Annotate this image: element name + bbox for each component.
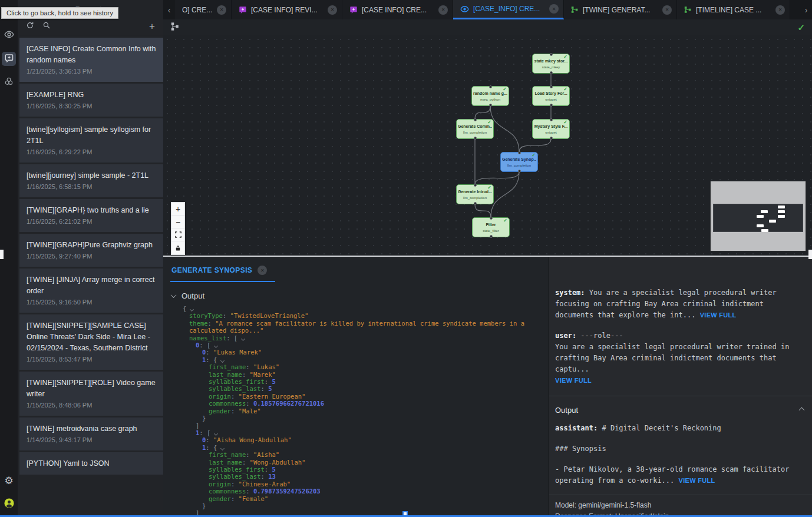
- prompt-list-item[interactable]: [PYTHON] Yaml to JSON: [19, 452, 163, 475]
- sidebar-item-view[interactable]: [2, 28, 16, 42]
- output-section-header[interactable]: Output: [163, 283, 549, 305]
- close-icon[interactable]: ✕: [328, 5, 337, 15]
- tab-case-info-revi[interactable]: [CASE INFO] REVI...✕: [232, 0, 342, 19]
- tabs-scroll-right-button[interactable]: ›: [800, 0, 812, 19]
- close-icon[interactable]: ✕: [258, 266, 267, 275]
- add-prompt-button[interactable]: +: [149, 21, 155, 31]
- bottom-region: GENERATE SYNOPSIS ✕ Output {storyType: "…: [163, 257, 812, 517]
- chevron-down-icon: [214, 344, 218, 348]
- prompt-title: [TWINE] [JINJA] Array merge in correct o…: [27, 274, 156, 297]
- graph-node-generate-common[interactable]: ✓Generate Comm...llm_completion: [456, 119, 494, 139]
- right-resize-handle[interactable]: [808, 250, 812, 259]
- prompt-title: [TWINE] metroidvania case graph: [27, 423, 156, 435]
- minimap-node: [778, 210, 785, 213]
- minimap-node: [757, 224, 764, 227]
- output-section-header[interactable]: Output: [555, 396, 806, 418]
- prompt-list-item[interactable]: [TWINE] [JINJA] Array merge in correct o…: [19, 269, 163, 313]
- node-title: Generate Synop...: [502, 157, 536, 162]
- workflow-icon[interactable]: [170, 22, 180, 34]
- settings-button[interactable]: ⚙: [2, 473, 16, 488]
- node-title: state mkey stor...: [534, 58, 568, 64]
- code-line: theme: "A romance scam facilitator is ki…: [163, 320, 549, 334]
- prompt-list-item[interactable]: [twine][journey] simple sample - 2T1L1/1…: [19, 164, 163, 197]
- prompt-title: [TWINE][GRAPH} two truths and a lie: [27, 205, 156, 216]
- minimap-node: [757, 215, 764, 218]
- minimap[interactable]: [710, 181, 806, 251]
- code-line: syllables_last: 5: [163, 385, 549, 392]
- graph-node-state-mkey[interactable]: ✓state mkey stor...state_mkey: [532, 54, 570, 74]
- node-title: Load Story For...: [534, 91, 567, 96]
- code-line: 1: {: [163, 356, 549, 363]
- minimap-node: [778, 206, 785, 208]
- node-title: Generate Comm...: [458, 124, 492, 129]
- check-icon: ✓: [532, 153, 536, 158]
- prompt-list-item[interactable]: [TWINE][GRAPH} two truths and a lie1/16/…: [19, 199, 163, 232]
- prompt-list-item[interactable]: [TWINE][GRAPH]Pure Graphviz graph1/15/20…: [19, 234, 163, 267]
- sidebar-item-workflows[interactable]: [2, 75, 16, 90]
- chevron-down-icon: [190, 307, 194, 311]
- zoom-out-button[interactable]: −: [171, 216, 184, 228]
- graph-node-filter[interactable]: ✓Filterstate_filter: [472, 217, 510, 237]
- prompt-title: [TWINE][SNIPPET][ROLE] Video game writer: [27, 377, 156, 400]
- bottom-resize-handle[interactable]: [402, 511, 408, 516]
- node-title: random name g...: [473, 91, 507, 96]
- code-line: syllables_first: 5: [163, 378, 549, 385]
- prompt-list-item[interactable]: [TWINE][SNIPPET][ROLE] Video game writer…: [19, 372, 163, 416]
- tab-label: [TWINE] GENERAT...: [583, 6, 658, 14]
- tab-o-cre[interactable]: O] CRE...✕: [175, 0, 232, 19]
- view-full-link[interactable]: VIEW FULL: [555, 377, 592, 384]
- tab-timeline-case[interactable]: [TIMELINE] CASE ...✕: [677, 0, 790, 19]
- view-full-link[interactable]: VIEW FULL: [679, 477, 715, 484]
- prompt-list-item[interactable]: [TWINE] metroidvania case graph1/14/2025…: [19, 417, 163, 450]
- graph-edge: [475, 172, 519, 184]
- graph-node-random-name[interactable]: ✓random name g...exec_python: [471, 86, 509, 106]
- user-avatar[interactable]: [2, 497, 16, 511]
- graph-edge: [475, 204, 491, 217]
- tab-twine-generat[interactable]: [TWINE] GENERAT...✕: [564, 0, 677, 19]
- tab-case-info-cre[interactable]: [CASE_INFO] CRE...✕: [453, 0, 564, 19]
- prompt-list-item[interactable]: [twine][syllogism] sample syllogism for …: [19, 118, 163, 163]
- left-resize-handle[interactable]: [0, 250, 4, 259]
- close-icon[interactable]: ✕: [549, 4, 559, 14]
- close-icon[interactable]: ✕: [217, 5, 226, 15]
- tabs-scroll-left-button[interactable]: ‹: [163, 0, 175, 19]
- graph-node-generate-synopsis[interactable]: ✓Generate Synop...llm_completion: [500, 152, 538, 172]
- zoom-in-button[interactable]: +: [171, 203, 184, 216]
- graph-node-generate-introd[interactable]: ✓Generate Introd...llm_completion: [456, 184, 494, 204]
- tab-generate-synopsis[interactable]: GENERATE SYNOPSIS ✕: [170, 266, 275, 282]
- check-icon: ✓: [563, 54, 567, 59]
- graph-icon: [571, 6, 579, 14]
- close-icon[interactable]: ✕: [438, 5, 448, 15]
- history-tooltip: Click to go back, hold to see history: [1, 7, 118, 19]
- lock-button[interactable]: [171, 241, 184, 254]
- graph-node-load-story[interactable]: ✓Load Story For...snippet: [532, 86, 570, 106]
- node-subtitle: exec_python: [480, 97, 500, 102]
- close-icon[interactable]: ✕: [775, 5, 785, 15]
- refresh-icon[interactable]: [26, 21, 34, 32]
- code-line: syllables_last: 13: [163, 473, 549, 480]
- prompt-date: 1/15/2025, 8:48:06 PM: [27, 400, 156, 410]
- tab-case-info-cre[interactable]: [CASE INFO] CRE...✕: [342, 0, 453, 19]
- node-subtitle: state_mkey: [542, 65, 560, 69]
- prompt-list-item[interactable]: [CASE INFO] Create Common Info with rand…: [19, 38, 163, 82]
- code-line: }: [163, 415, 549, 422]
- prompt-date: 1/21/2025, 3:36:13 PM: [27, 67, 156, 77]
- close-icon[interactable]: ✕: [662, 5, 672, 15]
- graph-canvas[interactable]: + − ✓state mkey stor...state_mkey✓random…: [163, 35, 812, 256]
- prompt-list-item[interactable]: [EXAMPLE] RNG1/16/2025, 8:30:25 PM: [19, 84, 163, 117]
- graph-node-mystery-style[interactable]: ✓Mystery Style F...snippet: [532, 119, 570, 139]
- code-line: 1: {: [163, 444, 549, 451]
- run-success-check-icon: ✓: [797, 22, 805, 33]
- fit-view-button[interactable]: [171, 228, 184, 241]
- search-icon[interactable]: [42, 21, 51, 32]
- message-text: - Petar Nikolov, a 38-year-old romance s…: [555, 465, 789, 485]
- user-message: user: ---role--- You are a specialist le…: [555, 330, 806, 386]
- node-subtitle: snippet: [545, 97, 556, 102]
- assistant-message: assistant: # Digital Deceit's Reckoning: [555, 423, 806, 434]
- tab-label: [TIMELINE] CASE ...: [696, 6, 771, 14]
- prompt-list-item[interactable]: [TWINE][SNIPPET][SAMPLE CASE] Online Thr…: [19, 314, 163, 370]
- sidebar-item-prompts[interactable]: [2, 52, 16, 66]
- prompt-title: [twine][syllogism] sample syllogism for …: [27, 124, 156, 147]
- code-line: first_name: "Aisha": [163, 451, 549, 458]
- view-full-link[interactable]: VIEW FULL: [700, 311, 737, 319]
